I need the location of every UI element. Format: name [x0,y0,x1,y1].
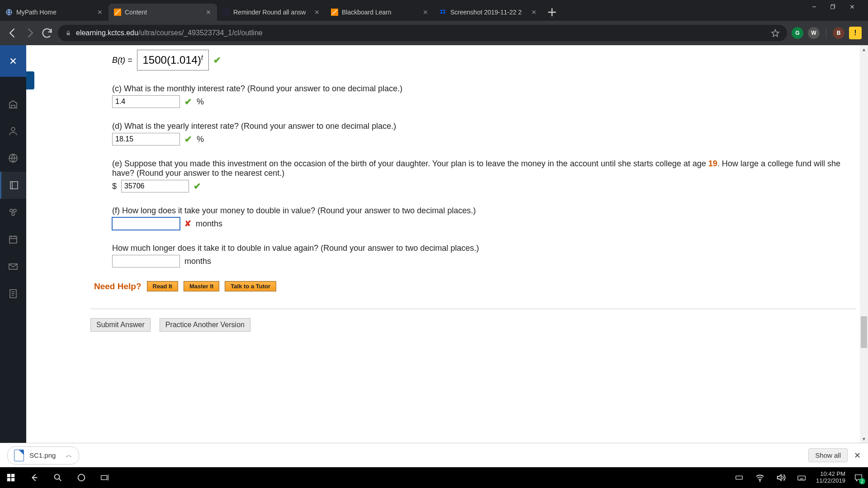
extension-w-icon[interactable]: W [808,27,820,39]
answer-input-d[interactable] [112,133,180,145]
messages-icon[interactable] [0,253,26,280]
need-help-row: Need Help? Read It Master It Talk to a T… [94,281,856,291]
browser-tab[interactable]: Reminder Round all answ [217,4,326,21]
answer-input-e[interactable] [121,180,189,192]
input-icon[interactable] [733,471,745,484]
browser-tab[interactable]: Blackboard Learn [326,4,434,21]
svg-point-12 [12,213,14,216]
task-view-icon[interactable] [99,471,111,484]
url-text: elearning.kctcs.edu/ultra/courses/_49352… [76,29,263,37]
clock-date: 11/22/2019 [816,478,845,484]
start-button[interactable] [5,471,17,484]
minimize-icon[interactable] [811,4,817,12]
alert-icon[interactable]: ! [849,27,862,39]
volume-icon[interactable] [774,471,787,484]
formula-answer: 1500(1.014)t [137,50,209,70]
master-it-button[interactable]: Master It [184,281,219,291]
scrollbar[interactable]: ▲ ▼ [860,45,868,443]
close-icon[interactable] [205,9,212,15]
extension-grammarly-icon[interactable]: G [792,27,803,39]
keyboard-icon[interactable] [795,471,808,484]
tab-title: Content [125,9,202,16]
download-item[interactable]: SC1.png ︿ [7,446,79,465]
formula-lhs: B(t) = [112,56,132,65]
bottom-buttons: Submit Answer Practice Another Version [90,309,856,332]
search-icon[interactable] [52,471,64,484]
answer-input-f[interactable] [112,217,180,230]
reload-button[interactable] [41,27,53,39]
svg-point-7 [11,127,15,131]
close-icon[interactable] [314,9,320,15]
show-all-button[interactable]: Show all [808,448,848,462]
browser-tab[interactable]: Screenshot 2019-11-22 2 [434,4,542,21]
question-prompt: (d) What is the yearly interest rate? (R… [112,122,856,131]
profile-icon[interactable] [0,117,26,145]
currency-label: $ [112,182,117,191]
scrollbar-thumb[interactable] [861,316,867,348]
close-window-icon[interactable] [849,4,855,12]
browser-tab[interactable]: Content [108,4,217,21]
institution-icon[interactable] [0,90,26,117]
cross-icon: ✘ [184,219,191,229]
calendar-icon[interactable] [0,226,26,253]
need-help-label: Need Help? [94,282,142,291]
clock[interactable]: 10:42 PM 11/22/2019 [816,471,845,484]
courses-icon[interactable] [0,172,26,199]
unit-label: months [184,257,211,266]
notification-badge: 2 [859,478,865,484]
answer-input-c[interactable] [112,95,180,108]
scroll-down-icon[interactable]: ▼ [860,435,868,443]
svg-rect-19 [11,478,14,481]
question-prompt: How much longer does it take it to doubl… [112,244,856,253]
back-button[interactable] [6,27,19,39]
app-icon [114,9,121,16]
activity-icon[interactable] [0,145,26,172]
forward-button[interactable] [24,27,36,39]
svg-rect-6 [67,33,70,35]
close-icon[interactable] [97,9,103,15]
svg-rect-16 [7,474,10,477]
info-tab[interactable] [26,71,34,89]
bookmark-star-icon[interactable] [771,28,780,38]
scroll-up-icon[interactable]: ▲ [860,45,868,53]
svg-point-24 [760,480,760,481]
organizations-icon[interactable] [0,199,26,226]
answer-input-g[interactable] [112,255,180,267]
read-it-button[interactable]: Read It [147,281,178,291]
sidebar-close-button[interactable] [0,45,26,77]
tab-title: Screenshot 2019-11-22 2 [450,9,527,16]
close-icon[interactable] [531,9,537,15]
lock-icon [65,30,71,36]
profile-avatar[interactable]: B [833,27,844,39]
svg-rect-2 [222,9,230,16]
practice-another-button[interactable]: Practice Another Version [160,318,250,332]
file-icon [14,450,24,461]
url-input[interactable]: elearning.kctcs.edu/ultra/courses/_49352… [58,25,787,41]
talk-to-tutor-button[interactable]: Talk to a Tutor [225,281,276,291]
browser-tab[interactable]: MyPath Home [0,4,108,21]
app-icon [222,9,230,16]
svg-rect-13 [9,236,17,243]
submit-answer-button[interactable]: Submit Answer [90,318,151,332]
close-icon[interactable] [422,9,429,15]
wifi-icon[interactable] [754,471,766,484]
unit-label: months [196,219,222,229]
notifications-icon[interactable]: 2 [854,473,863,483]
new-tab-button[interactable] [545,5,559,19]
svg-rect-5 [831,5,835,9]
chevron-up-icon[interactable]: ︿ [66,451,72,460]
unit-label: % [197,135,204,144]
svg-rect-22 [101,475,107,479]
cortana-icon[interactable] [75,471,88,484]
question-g: How much longer does it take it to doubl… [112,244,856,267]
question-body: B(t) = 1500(1.014)t ✔ (c) What is the mo… [26,45,868,332]
check-icon: ✔ [213,55,221,66]
unit-label: % [197,97,204,107]
clock-time: 10:42 PM [816,471,845,478]
address-bar: elearning.kctcs.edu/ultra/courses/_49352… [0,21,868,45]
maximize-icon[interactable] [830,4,836,12]
back-navigation-icon[interactable] [28,471,41,484]
close-shelf-button[interactable]: ✕ [854,450,861,460]
download-filename: SC1.png [29,451,56,459]
grades-icon[interactable] [0,280,26,307]
